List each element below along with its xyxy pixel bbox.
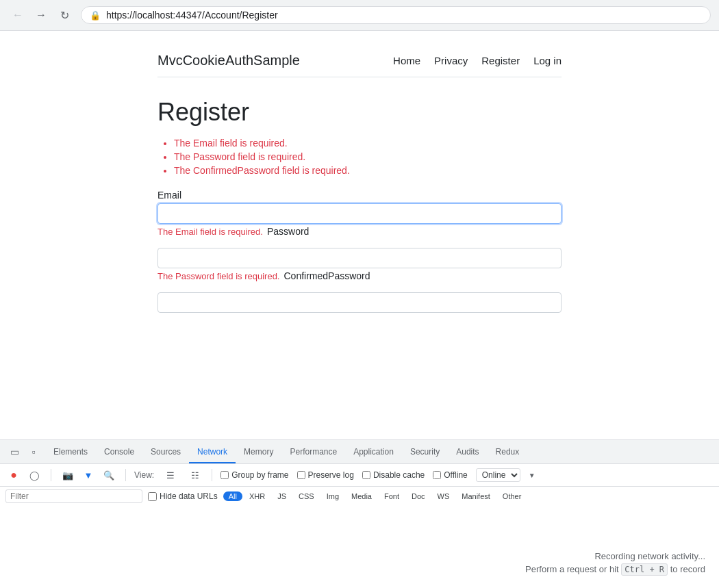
nav-links: Home Privacy Register Log in xyxy=(393,55,562,66)
navbar: MvcCookieAuthSample Home Privacy Registe… xyxy=(157,44,562,77)
nav-login[interactable]: Log in xyxy=(533,55,562,66)
password-field-group: The Password field is required. Confirme… xyxy=(157,248,562,281)
address-bar[interactable]: 🔒 https://localhost:44347/Account/Regist… xyxy=(81,6,711,24)
refresh-button[interactable]: ↻ xyxy=(55,5,74,25)
confirmed-password-input[interactable] xyxy=(157,292,562,313)
email-error: The Email field is required. xyxy=(157,227,263,237)
validation-error-email: The Email field is required. xyxy=(174,138,562,149)
email-field-group: Email The Email field is required. Passw… xyxy=(157,190,562,237)
nav-buttons: ← → ↻ xyxy=(8,5,74,25)
validation-error-confirmed: The ConfirmedPassword field is required. xyxy=(174,165,562,176)
email-input[interactable] xyxy=(157,203,562,224)
nav-home[interactable]: Home xyxy=(393,55,420,66)
nav-register[interactable]: Register xyxy=(481,55,520,66)
url-text: https://localhost:44347/Account/Register xyxy=(106,10,702,21)
back-button[interactable]: ← xyxy=(8,5,27,25)
brand: MvcCookieAuthSample xyxy=(157,53,300,68)
forward-button[interactable]: → xyxy=(31,5,51,25)
page-content: MvcCookieAuthSample Home Privacy Registe… xyxy=(0,31,719,337)
nav-privacy[interactable]: Privacy xyxy=(434,55,468,66)
page-title: Register xyxy=(157,98,562,127)
confirmed-password-label-inline: ConfirmedPassword xyxy=(283,270,370,281)
confirmed-password-field-group xyxy=(157,292,562,313)
password-label-inline: Password xyxy=(267,226,309,237)
password-input[interactable] xyxy=(157,248,562,268)
validation-error-password: The Password field is required. xyxy=(174,151,562,162)
validation-errors: The Email field is required. The Passwor… xyxy=(157,138,562,176)
password-error: The Password field is required. xyxy=(157,271,279,281)
lock-icon: 🔒 xyxy=(90,10,101,21)
browser-chrome: ← → ↻ 🔒 https://localhost:44347/Account/… xyxy=(0,0,719,31)
email-label: Email xyxy=(157,190,562,201)
